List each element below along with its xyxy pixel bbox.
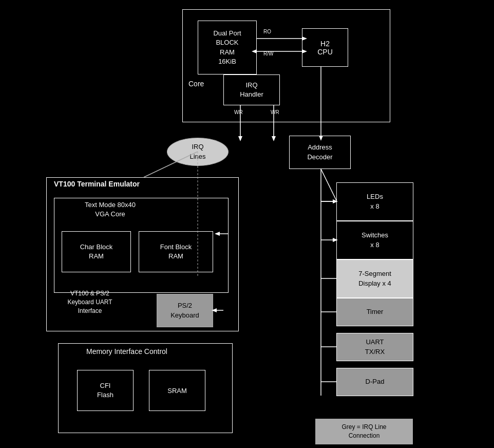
font-block-ram-box: Font Block RAM	[139, 231, 213, 272]
ps2-keyboard-box: PS/2 Keyboard	[157, 294, 213, 327]
dual-port-block-ram: Dual Port BLOCK RAM 16KiB	[198, 21, 257, 74]
h2-cpu-box: H2 CPU	[302, 28, 348, 67]
timer-box: Timer	[336, 298, 413, 326]
memory-ctrl-label: Memory Interface Control	[86, 347, 167, 356]
wr1-arrowhead	[238, 136, 242, 141]
dual-port-label: Dual Port BLOCK RAM 16KiB	[213, 29, 241, 66]
vga-inner-label: Text Mode 80x40 VGA Core	[85, 200, 136, 219]
irq-lines-oval: IRQ Lines	[167, 138, 229, 166]
switches-box: Switches x 8	[336, 221, 413, 259]
cfi-flash-box: CFI Flash	[77, 370, 134, 411]
seg-display-box: 7-Segment Display x 4	[336, 259, 413, 298]
legend-box: Grey = IRQ Line Connection	[315, 419, 413, 444]
char-block-ram-box: Char Block RAM	[62, 231, 131, 272]
vt100-ps2-label: VT100 & PS/2 Keyboard UART Interface	[51, 289, 128, 315]
address-decoder-box: Address Decoder	[289, 136, 351, 169]
dpad-box: D-Pad	[336, 368, 413, 396]
wr2-arrowhead	[272, 136, 276, 141]
vt100-outer-label: VT100 Terminal Emulator	[54, 180, 140, 188]
leds-box: LEDs x 8	[336, 182, 413, 221]
irq-handler-box: IRQ Handler	[223, 74, 280, 105]
uart-box: UART TX/RX	[336, 333, 413, 361]
sram-box: SRAM	[149, 370, 205, 411]
addr-to-periph-line	[321, 169, 336, 200]
core-label: Core	[188, 80, 204, 88]
diagram: Core Dual Port BLOCK RAM 16KiB H2 CPU IR…	[0, 0, 494, 448]
